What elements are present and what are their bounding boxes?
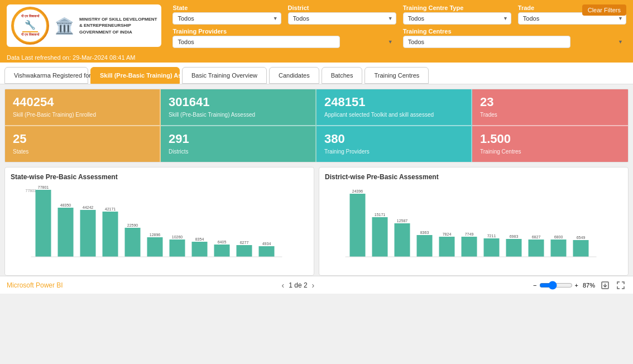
- svg-text:22590: 22590: [127, 223, 138, 227]
- svg-rect-9: [125, 228, 141, 257]
- stat-enrolled: 440254 Skill (Pre-Basic Training) Enroll…: [5, 89, 161, 125]
- svg-text:6800: 6800: [554, 235, 563, 239]
- svg-text:6983: 6983: [510, 234, 519, 238]
- svg-rect-32: [439, 237, 455, 257]
- svg-text:12896: 12896: [150, 233, 161, 237]
- stat-trades-value: 23: [480, 96, 620, 108]
- district-chart-title: District-wise Pre-Basic Assessment: [325, 173, 622, 181]
- stat-trades: 23 Trades: [472, 89, 628, 125]
- zoom-slider[interactable]: [539, 281, 573, 290]
- district-select[interactable]: Todos: [288, 12, 396, 25]
- filters-area: State Todos District Todos Training Cent…: [167, 4, 626, 48]
- svg-text:77801: 77801: [38, 185, 49, 189]
- ministry-line3: GOVERNMENT OF INDIA: [79, 29, 157, 35]
- tabs-bar: Vishwakarma Registered for training Skil…: [0, 63, 633, 84]
- zoom-value: 87%: [583, 282, 595, 289]
- stat-toolkit-label: Applicant selected Toolkit and skill ass…: [324, 111, 463, 118]
- stat-assessed-label: Skill (Pre-Basic Training) Assessed: [169, 111, 308, 118]
- providers-select[interactable]: Todos: [172, 36, 340, 48]
- svg-rect-28: [395, 223, 410, 257]
- ashoka-emblem: 🏛️: [54, 12, 75, 40]
- svg-text:15171: 15171: [375, 213, 386, 217]
- state-chart-svg: 77801 77801 48350 44242 42171 22590 1289…: [11, 185, 308, 272]
- ministry-info: MINISTRY OF SKILL DEVELOPMENT & ENTREPRE…: [79, 16, 157, 35]
- providers-label: Training Providers: [172, 28, 396, 35]
- svg-text:4934: 4934: [262, 242, 271, 246]
- svg-rect-17: [214, 245, 230, 257]
- svg-text:8363: 8363: [420, 231, 429, 234]
- svg-rect-13: [170, 240, 185, 257]
- zoom-plus-icon[interactable]: +: [575, 282, 578, 289]
- tab-candidates[interactable]: Candidates: [269, 67, 319, 84]
- data-refresh-bar: Data Last refreshed on: 29-Mar-2024 08:4…: [0, 52, 633, 63]
- stat-districts-label: Districts: [169, 148, 308, 155]
- next-page-button[interactable]: ›: [312, 281, 315, 290]
- stat-toolkit-value: 248151: [324, 96, 463, 108]
- centres-label: Training Centres: [403, 28, 626, 35]
- prev-page-button[interactable]: ‹: [282, 281, 285, 290]
- district-bar-chart: 24396 15171 12587 8363 7824 7749 7211 69…: [325, 185, 622, 272]
- tab-batches[interactable]: Batches: [322, 67, 363, 84]
- svg-text:77801: 77801: [26, 189, 37, 193]
- stat-centres-value: 1.500: [480, 133, 620, 145]
- district-chart: District-wise Pre-Basic Assessment 24396…: [319, 167, 629, 276]
- svg-rect-24: [350, 194, 366, 257]
- header: पी एम विश्वकर्मा 🔧 पी एम विश्वकर्मा 🏛️ M…: [0, 0, 633, 52]
- svg-rect-1: [36, 190, 51, 257]
- footer: Microsoft Power BI ‹ 1 de 2 › − + 87%: [0, 276, 633, 294]
- state-chart-title: State-wise Pre-Basic Assessment: [11, 173, 308, 181]
- clear-filters-button[interactable]: Clear Filters: [582, 4, 626, 16]
- footer-icons: − + 87%: [533, 280, 626, 291]
- state-filter: State Todos: [172, 4, 281, 25]
- tab-vishwakarma[interactable]: Vishwakarma Registered for training: [4, 67, 88, 84]
- svg-rect-42: [551, 240, 567, 257]
- page-info: 1 de 2: [289, 281, 307, 289]
- zoom-control: − + 87%: [533, 281, 595, 290]
- logo-top-text: पी एम विश्वकर्मा: [21, 15, 39, 18]
- export-icon[interactable]: [600, 280, 611, 291]
- stat-providers: 380 Training Providers: [317, 125, 472, 162]
- providers-filter: Training Providers Todos: [172, 28, 396, 48]
- ministry-line1: MINISTRY OF SKILL DEVELOPMENT: [79, 16, 157, 22]
- svg-rect-34: [462, 237, 477, 257]
- district-filter: District Todos: [288, 4, 396, 25]
- state-bar-chart: 77801 77801 48350 44242 42171 22590 1289…: [11, 185, 308, 272]
- svg-rect-21: [259, 246, 275, 257]
- centre-type-select[interactable]: Todos: [403, 12, 511, 25]
- svg-text:12587: 12587: [397, 219, 408, 223]
- svg-text:10260: 10260: [172, 235, 183, 239]
- stat-assessed: 301641 Skill (Pre-Basic Training) Assess…: [161, 89, 317, 125]
- svg-rect-7: [103, 212, 118, 257]
- fullscreen-icon[interactable]: [615, 280, 626, 291]
- tab-skill-assessment[interactable]: Skill (Pre-Basic Training) Assessment: [90, 67, 180, 84]
- svg-text:6277: 6277: [240, 241, 249, 245]
- svg-rect-19: [237, 245, 252, 257]
- state-label: State: [172, 4, 281, 11]
- svg-text:44242: 44242: [83, 205, 94, 209]
- stat-centres-label: Training Centres: [480, 148, 620, 155]
- centre-type-label: Training Centre Type: [403, 4, 511, 11]
- svg-text:8354: 8354: [195, 237, 204, 241]
- svg-text:48350: 48350: [60, 203, 71, 207]
- svg-rect-40: [529, 240, 544, 257]
- state-select[interactable]: Todos: [172, 12, 281, 25]
- svg-text:42171: 42171: [105, 207, 116, 211]
- centres-select[interactable]: Todos: [403, 36, 570, 48]
- svg-rect-26: [372, 217, 388, 257]
- stat-providers-value: 380: [324, 133, 463, 145]
- svg-text:7211: 7211: [487, 234, 496, 238]
- svg-rect-3: [58, 208, 74, 257]
- tab-basic-training[interactable]: Basic Training Overview: [182, 67, 267, 84]
- stat-enrolled-label: Skill (Pre-Basic Training) Enrolled: [13, 111, 152, 118]
- stat-districts-value: 291: [169, 133, 308, 145]
- zoom-minus-icon[interactable]: −: [533, 282, 536, 289]
- stat-assessed-value: 301641: [169, 96, 308, 108]
- stat-trades-label: Trades: [480, 111, 620, 118]
- tab-training-centres[interactable]: Training Centres: [365, 67, 429, 84]
- svg-rect-30: [417, 235, 433, 257]
- charts-area: State-wise Pre-Basic Assessment 77801 77…: [4, 167, 629, 276]
- filter-row-2: Training Providers Todos Training Centre…: [172, 28, 626, 48]
- svg-text:7749: 7749: [465, 232, 474, 236]
- powerbi-link[interactable]: Microsoft Power BI: [7, 281, 63, 289]
- svg-text:24396: 24396: [352, 189, 363, 193]
